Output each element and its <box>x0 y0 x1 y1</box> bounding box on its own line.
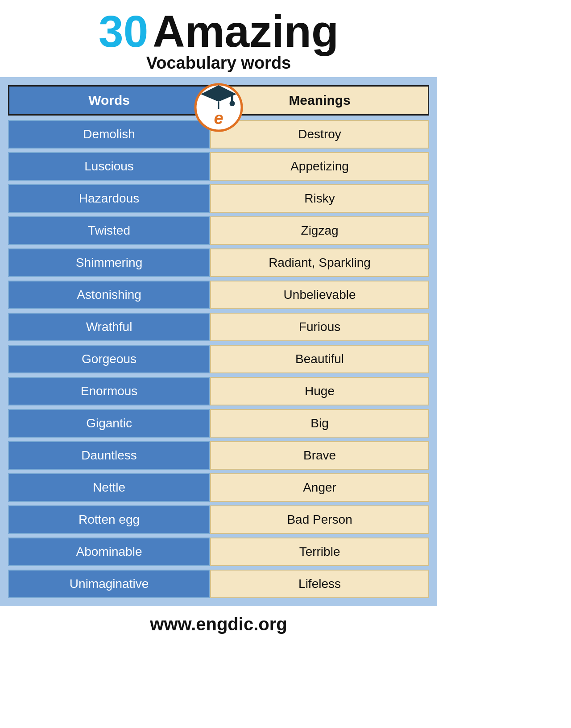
word-cell: Wrathful <box>8 313 210 341</box>
meaning-cell: Bad Person <box>210 505 429 534</box>
word-cell: Rotten egg <box>8 505 210 534</box>
word-cell: Unimaginative <box>8 570 210 598</box>
footer: www.engdic.org <box>0 606 437 640</box>
table-row: Abominable Terrible <box>8 538 429 566</box>
header: 30 Amazing Vocabulary words <box>0 0 437 77</box>
col-header-words: Words <box>8 85 210 116</box>
table-row: Dauntless Brave <box>8 441 429 470</box>
meaning-cell: Anger <box>210 473 429 502</box>
word-cell: Dauntless <box>8 441 210 470</box>
word-cell: Astonishing <box>8 281 210 309</box>
meaning-cell: Big <box>210 409 429 438</box>
meaning-cell: Unbelievable <box>210 281 429 309</box>
word-cell: Gigantic <box>8 409 210 438</box>
table-row: Unimaginative Lifeless <box>8 570 429 598</box>
word-cell: Shimmering <box>8 248 210 277</box>
meaning-cell: Huge <box>210 377 429 405</box>
table-row: Rotten egg Bad Person <box>8 505 429 534</box>
meaning-cell: Appetizing <box>210 152 429 181</box>
meaning-cell: Zigzag <box>210 216 429 245</box>
meaning-cell: Lifeless <box>210 570 429 598</box>
table-row: Shimmering Radiant, Sparkling <box>8 248 429 277</box>
word-cell: Nettle <box>8 473 210 502</box>
meaning-cell: Risky <box>210 184 429 213</box>
meaning-cell: Beautiful <box>210 345 429 373</box>
word-cell: Abominable <box>8 538 210 566</box>
table-row: Gorgeous Beautiful <box>8 345 429 373</box>
svg-text:e: e <box>214 109 223 128</box>
word-cell: Gorgeous <box>8 345 210 373</box>
word-cell: Enormous <box>8 377 210 405</box>
svg-point-3 <box>230 101 235 106</box>
word-cell: Demolish <box>8 120 210 149</box>
meaning-cell: Radiant, Sparkling <box>210 248 429 277</box>
table-row: Hazardous Risky <box>8 184 429 213</box>
header-subtitle: Vocabulary words <box>146 54 291 73</box>
table-row: Astonishing Unbelievable <box>8 281 429 309</box>
header-number: 30 <box>99 9 148 54</box>
vocab-table: Words Meanings Demolish Destroy Luscious… <box>8 85 429 602</box>
table-row: Gigantic Big <box>8 409 429 438</box>
table-wrapper: Words Meanings Demolish Destroy Luscious… <box>8 85 429 602</box>
meaning-cell: Terrible <box>210 538 429 566</box>
footer-url: www.engdic.org <box>150 614 287 634</box>
main-content: Words Meanings Demolish Destroy Luscious… <box>0 77 437 606</box>
table-row: Enormous Huge <box>8 377 429 405</box>
word-cell: Luscious <box>8 152 210 181</box>
header-amazing: Amazing <box>153 9 339 54</box>
word-cell: Twisted <box>8 216 210 245</box>
logo: e <box>192 79 245 132</box>
meaning-cell: Furious <box>210 313 429 341</box>
table-row: Luscious Appetizing <box>8 152 429 181</box>
table-row: Nettle Anger <box>8 473 429 502</box>
table-row: Twisted Zigzag <box>8 216 429 245</box>
table-row: Wrathful Furious <box>8 313 429 341</box>
meaning-cell: Brave <box>210 441 429 470</box>
word-cell: Hazardous <box>8 184 210 213</box>
